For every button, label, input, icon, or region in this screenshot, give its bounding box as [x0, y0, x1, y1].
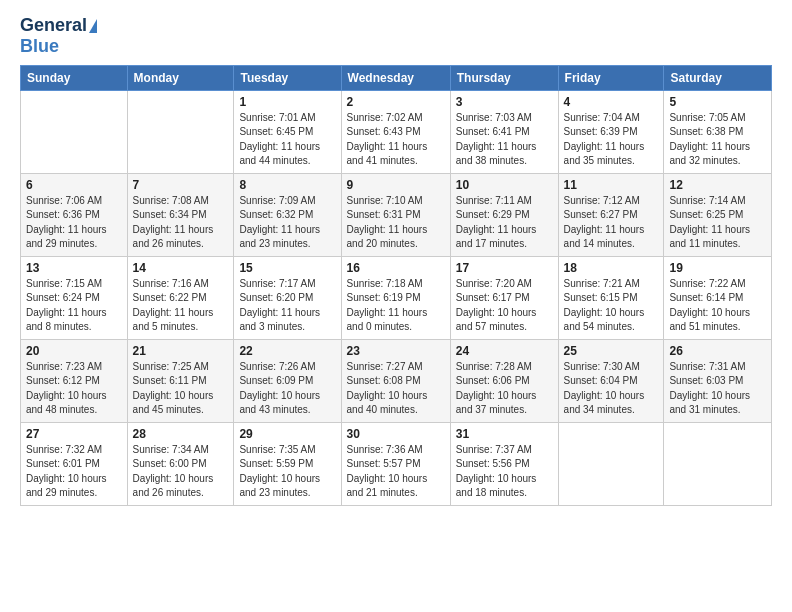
day-number: 3	[456, 95, 553, 109]
calendar-header-row: SundayMondayTuesdayWednesdayThursdayFrid…	[21, 65, 772, 90]
day-detail: Sunrise: 7:14 AM Sunset: 6:25 PM Dayligh…	[669, 194, 766, 252]
day-number: 12	[669, 178, 766, 192]
day-number: 27	[26, 427, 122, 441]
day-detail: Sunrise: 7:11 AM Sunset: 6:29 PM Dayligh…	[456, 194, 553, 252]
calendar-cell: 14Sunrise: 7:16 AM Sunset: 6:22 PM Dayli…	[127, 256, 234, 339]
calendar-cell	[558, 422, 664, 505]
calendar-cell: 21Sunrise: 7:25 AM Sunset: 6:11 PM Dayli…	[127, 339, 234, 422]
day-number: 30	[347, 427, 445, 441]
calendar-weekday-saturday: Saturday	[664, 65, 772, 90]
calendar-cell	[127, 90, 234, 173]
calendar-cell: 4Sunrise: 7:04 AM Sunset: 6:39 PM Daylig…	[558, 90, 664, 173]
day-detail: Sunrise: 7:36 AM Sunset: 5:57 PM Dayligh…	[347, 443, 445, 501]
day-detail: Sunrise: 7:25 AM Sunset: 6:11 PM Dayligh…	[133, 360, 229, 418]
calendar-cell: 9Sunrise: 7:10 AM Sunset: 6:31 PM Daylig…	[341, 173, 450, 256]
day-number: 23	[347, 344, 445, 358]
day-number: 4	[564, 95, 659, 109]
calendar-cell: 16Sunrise: 7:18 AM Sunset: 6:19 PM Dayli…	[341, 256, 450, 339]
calendar-cell	[21, 90, 128, 173]
header: General Blue	[20, 16, 772, 57]
calendar-cell: 20Sunrise: 7:23 AM Sunset: 6:12 PM Dayli…	[21, 339, 128, 422]
calendar-weekday-friday: Friday	[558, 65, 664, 90]
day-detail: Sunrise: 7:30 AM Sunset: 6:04 PM Dayligh…	[564, 360, 659, 418]
day-detail: Sunrise: 7:09 AM Sunset: 6:32 PM Dayligh…	[239, 194, 335, 252]
calendar-week-row: 6Sunrise: 7:06 AM Sunset: 6:36 PM Daylig…	[21, 173, 772, 256]
day-detail: Sunrise: 7:34 AM Sunset: 6:00 PM Dayligh…	[133, 443, 229, 501]
day-detail: Sunrise: 7:31 AM Sunset: 6:03 PM Dayligh…	[669, 360, 766, 418]
day-number: 2	[347, 95, 445, 109]
day-detail: Sunrise: 7:04 AM Sunset: 6:39 PM Dayligh…	[564, 111, 659, 169]
day-detail: Sunrise: 7:35 AM Sunset: 5:59 PM Dayligh…	[239, 443, 335, 501]
calendar-cell: 3Sunrise: 7:03 AM Sunset: 6:41 PM Daylig…	[450, 90, 558, 173]
day-detail: Sunrise: 7:01 AM Sunset: 6:45 PM Dayligh…	[239, 111, 335, 169]
calendar-cell: 25Sunrise: 7:30 AM Sunset: 6:04 PM Dayli…	[558, 339, 664, 422]
day-detail: Sunrise: 7:12 AM Sunset: 6:27 PM Dayligh…	[564, 194, 659, 252]
day-number: 8	[239, 178, 335, 192]
calendar-week-row: 27Sunrise: 7:32 AM Sunset: 6:01 PM Dayli…	[21, 422, 772, 505]
logo-triangle-icon	[89, 19, 97, 33]
day-number: 17	[456, 261, 553, 275]
day-number: 10	[456, 178, 553, 192]
day-detail: Sunrise: 7:32 AM Sunset: 6:01 PM Dayligh…	[26, 443, 122, 501]
calendar-cell	[664, 422, 772, 505]
calendar-cell: 1Sunrise: 7:01 AM Sunset: 6:45 PM Daylig…	[234, 90, 341, 173]
calendar-cell: 5Sunrise: 7:05 AM Sunset: 6:38 PM Daylig…	[664, 90, 772, 173]
calendar-cell: 26Sunrise: 7:31 AM Sunset: 6:03 PM Dayli…	[664, 339, 772, 422]
calendar-table: SundayMondayTuesdayWednesdayThursdayFrid…	[20, 65, 772, 506]
calendar-cell: 24Sunrise: 7:28 AM Sunset: 6:06 PM Dayli…	[450, 339, 558, 422]
calendar-week-row: 1Sunrise: 7:01 AM Sunset: 6:45 PM Daylig…	[21, 90, 772, 173]
calendar-cell: 29Sunrise: 7:35 AM Sunset: 5:59 PM Dayli…	[234, 422, 341, 505]
day-number: 15	[239, 261, 335, 275]
page: General Blue SundayMondayTuesdayWednesda…	[0, 0, 792, 516]
day-detail: Sunrise: 7:06 AM Sunset: 6:36 PM Dayligh…	[26, 194, 122, 252]
day-detail: Sunrise: 7:15 AM Sunset: 6:24 PM Dayligh…	[26, 277, 122, 335]
calendar-cell: 28Sunrise: 7:34 AM Sunset: 6:00 PM Dayli…	[127, 422, 234, 505]
calendar-cell: 12Sunrise: 7:14 AM Sunset: 6:25 PM Dayli…	[664, 173, 772, 256]
day-number: 11	[564, 178, 659, 192]
calendar-cell: 23Sunrise: 7:27 AM Sunset: 6:08 PM Dayli…	[341, 339, 450, 422]
day-detail: Sunrise: 7:27 AM Sunset: 6:08 PM Dayligh…	[347, 360, 445, 418]
day-number: 26	[669, 344, 766, 358]
day-number: 28	[133, 427, 229, 441]
day-detail: Sunrise: 7:37 AM Sunset: 5:56 PM Dayligh…	[456, 443, 553, 501]
calendar-weekday-monday: Monday	[127, 65, 234, 90]
day-detail: Sunrise: 7:28 AM Sunset: 6:06 PM Dayligh…	[456, 360, 553, 418]
day-detail: Sunrise: 7:02 AM Sunset: 6:43 PM Dayligh…	[347, 111, 445, 169]
calendar-weekday-wednesday: Wednesday	[341, 65, 450, 90]
day-number: 14	[133, 261, 229, 275]
day-detail: Sunrise: 7:23 AM Sunset: 6:12 PM Dayligh…	[26, 360, 122, 418]
calendar-weekday-thursday: Thursday	[450, 65, 558, 90]
calendar-cell: 30Sunrise: 7:36 AM Sunset: 5:57 PM Dayli…	[341, 422, 450, 505]
day-number: 16	[347, 261, 445, 275]
calendar-week-row: 13Sunrise: 7:15 AM Sunset: 6:24 PM Dayli…	[21, 256, 772, 339]
day-number: 18	[564, 261, 659, 275]
calendar-cell: 13Sunrise: 7:15 AM Sunset: 6:24 PM Dayli…	[21, 256, 128, 339]
calendar-cell: 11Sunrise: 7:12 AM Sunset: 6:27 PM Dayli…	[558, 173, 664, 256]
day-number: 31	[456, 427, 553, 441]
day-detail: Sunrise: 7:03 AM Sunset: 6:41 PM Dayligh…	[456, 111, 553, 169]
day-number: 9	[347, 178, 445, 192]
calendar-cell: 6Sunrise: 7:06 AM Sunset: 6:36 PM Daylig…	[21, 173, 128, 256]
calendar-cell: 2Sunrise: 7:02 AM Sunset: 6:43 PM Daylig…	[341, 90, 450, 173]
day-number: 21	[133, 344, 229, 358]
calendar-cell: 27Sunrise: 7:32 AM Sunset: 6:01 PM Dayli…	[21, 422, 128, 505]
day-number: 5	[669, 95, 766, 109]
day-detail: Sunrise: 7:05 AM Sunset: 6:38 PM Dayligh…	[669, 111, 766, 169]
calendar-cell: 18Sunrise: 7:21 AM Sunset: 6:15 PM Dayli…	[558, 256, 664, 339]
calendar-cell: 7Sunrise: 7:08 AM Sunset: 6:34 PM Daylig…	[127, 173, 234, 256]
day-number: 6	[26, 178, 122, 192]
day-detail: Sunrise: 7:26 AM Sunset: 6:09 PM Dayligh…	[239, 360, 335, 418]
logo-blue: Blue	[20, 36, 59, 57]
calendar-cell: 15Sunrise: 7:17 AM Sunset: 6:20 PM Dayli…	[234, 256, 341, 339]
day-detail: Sunrise: 7:22 AM Sunset: 6:14 PM Dayligh…	[669, 277, 766, 335]
calendar-weekday-sunday: Sunday	[21, 65, 128, 90]
day-detail: Sunrise: 7:18 AM Sunset: 6:19 PM Dayligh…	[347, 277, 445, 335]
day-number: 19	[669, 261, 766, 275]
day-detail: Sunrise: 7:16 AM Sunset: 6:22 PM Dayligh…	[133, 277, 229, 335]
logo-general: General	[20, 16, 87, 36]
day-number: 20	[26, 344, 122, 358]
day-number: 1	[239, 95, 335, 109]
day-detail: Sunrise: 7:17 AM Sunset: 6:20 PM Dayligh…	[239, 277, 335, 335]
calendar-cell: 8Sunrise: 7:09 AM Sunset: 6:32 PM Daylig…	[234, 173, 341, 256]
day-number: 29	[239, 427, 335, 441]
